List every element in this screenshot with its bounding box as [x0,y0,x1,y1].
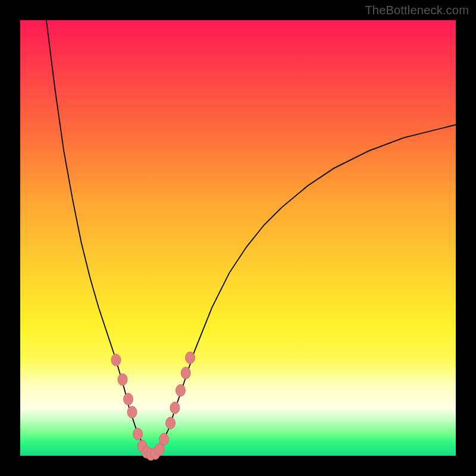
marker-dot [133,428,143,440]
marker-dot [166,417,176,429]
dots-group [111,352,195,461]
marker-dot [170,402,180,414]
marker-dot [181,367,190,379]
marker-dot [186,352,195,364]
marker-dot [111,354,121,366]
curve-left [46,20,151,456]
marker-dot [176,384,185,396]
marker-dot [118,374,127,386]
marker-dot [124,393,133,405]
chart-overlay [20,20,456,456]
watermark-text: TheBottleneck.com [365,4,469,17]
outer-frame: TheBottleneck.com [0,0,476,476]
marker-dot [159,433,169,445]
curve-right [151,125,456,456]
marker-dot [127,406,137,418]
